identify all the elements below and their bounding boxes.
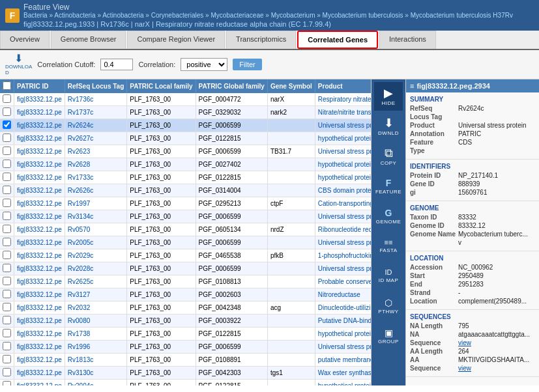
patric-id-link[interactable]: fig|83332.12.pe (17, 356, 62, 363)
product-link[interactable]: CBS domain protein (318, 187, 371, 194)
row-checkbox[interactable] (3, 264, 11, 272)
table-row[interactable]: fig|83332.12.pe Rv2627c PLF_1763_00 PGF_… (0, 132, 371, 145)
product-link[interactable]: Universal stress protein family (318, 239, 371, 246)
product-link[interactable]: Ribonucleotide reductase of class II (c (318, 226, 371, 233)
group-button[interactable]: ▣ GROUP (374, 322, 403, 350)
download-button[interactable]: ⬇ DOWNLOAD (5, 53, 32, 76)
refseq-link[interactable]: Rv2624c (68, 122, 93, 129)
row-checkbox[interactable] (3, 160, 11, 168)
refseq-link[interactable]: Rv2623 (68, 148, 90, 155)
tab-genome-browser[interactable]: Genome Browser (51, 31, 126, 49)
product-link[interactable]: hypothetical protein (318, 135, 371, 142)
patric-id-link[interactable]: fig|83332.12.pe (17, 122, 62, 129)
row-checkbox[interactable] (3, 303, 11, 311)
product-link[interactable]: Universal stress protein family (318, 213, 371, 220)
refseq-link[interactable]: Rv2625c (68, 278, 93, 285)
hide-button[interactable]: ▶ HIDE (374, 82, 403, 111)
refseq-link[interactable]: Rv3127 (68, 291, 90, 298)
patric-id-link[interactable]: fig|83332.12.pe (17, 382, 62, 385)
table-row[interactable]: fig|83332.12.pe Rv2004c PLF_1763_00 PGF_… (0, 380, 371, 386)
row-checkbox[interactable] (3, 329, 11, 337)
select-all-checkbox[interactable] (3, 81, 11, 90)
tab-interactions[interactable]: Interactions (379, 31, 436, 49)
patric-id-link[interactable]: fig|83332.12.pe (17, 291, 62, 298)
table-row[interactable]: fig|83332.12.pe Rv1997 PLF_1763_00 PGF_0… (0, 197, 371, 210)
row-checkbox[interactable] (3, 290, 11, 298)
row-checkbox[interactable] (3, 277, 11, 285)
table-row[interactable]: fig|83332.12.pe Rv1813c PLF_1763_00 PGF_… (0, 354, 371, 367)
table-row[interactable]: fig|83332.12.pe Rv1996 PLF_1763_00 PGF_0… (0, 341, 371, 354)
refseq-link[interactable]: Rv1738 (68, 330, 90, 337)
row-checkbox[interactable] (3, 186, 11, 194)
col-gene[interactable]: Gene Symbol (267, 79, 315, 93)
refseq-link[interactable]: Rv2626c (68, 187, 93, 194)
table-row[interactable]: fig|83332.12.pe Rv2628 PLF_1763_00 PGF_0… (0, 158, 371, 171)
row-checkbox[interactable] (3, 173, 11, 181)
product-link[interactable]: Putative DNA-binding protein (318, 317, 371, 324)
row-checkbox[interactable] (3, 107, 11, 116)
patric-id-link[interactable]: fig|83332.12.pe (17, 213, 62, 220)
copy-button[interactable]: ⧉ COPY (374, 142, 403, 171)
row-checkbox[interactable] (3, 342, 11, 350)
genome-button[interactable]: G GENOME (374, 202, 403, 231)
refseq-link[interactable]: Rv1997 (68, 200, 90, 207)
aa-sequence-link[interactable]: view (458, 365, 471, 372)
table-row[interactable]: fig|83332.12.pe Rv3130c PLF_1763_00 PGF_… (0, 367, 371, 380)
refseq-link[interactable]: Rv2028c (68, 265, 93, 272)
table-row[interactable]: fig|83332.12.pe Rv1733c PLF_1763_00 PGF_… (0, 171, 371, 184)
feature-button[interactable]: F FEATURE (374, 172, 403, 201)
product-link[interactable]: Nitrate/nitrite transporter NarT (318, 109, 371, 116)
patric-id-link[interactable]: fig|83332.12.pe (17, 252, 62, 259)
table-row[interactable]: fig|83332.12.pe Rv2032 PLF_1763_00 PGF_0… (0, 301, 371, 315)
patric-id-link[interactable]: fig|83332.12.pe (17, 148, 62, 155)
product-link[interactable]: Dinucleotide-utilizing enzymes involve (318, 304, 371, 311)
table-row[interactable]: fig|83332.12.pe Rv2029c PLF_1763_00 PGF_… (0, 249, 371, 262)
col-global-family[interactable]: PATRIC Global family (196, 79, 267, 93)
row-checkbox[interactable] (3, 238, 11, 246)
correlation-select[interactable]: positive negative (181, 58, 227, 71)
patric-id-link[interactable]: fig|83332.12.pe (17, 304, 62, 311)
patric-id-link[interactable]: fig|83332.12.pe (17, 109, 62, 116)
patric-id-link[interactable]: fig|83332.12.pe (17, 278, 62, 285)
product-link[interactable]: Universal stress protein family (318, 343, 371, 350)
row-checkbox[interactable] (3, 381, 11, 385)
patric-id-link[interactable]: fig|83332.12.pe (17, 174, 62, 181)
table-row[interactable]: fig|83332.12.pe Rv2005c PLF_1763_00 PGF_… (0, 236, 371, 249)
row-checkbox[interactable] (3, 355, 11, 363)
row-checkbox[interactable] (3, 199, 11, 207)
patric-id-link[interactable]: fig|83332.12.pe (17, 369, 62, 376)
table-row[interactable]: fig|83332.12.pe Rv2624c PLF_1763_00 PGF_… (0, 119, 371, 132)
tab-correlated-genes[interactable]: Correlated Genes (297, 31, 378, 49)
col-local-family[interactable]: PATRIC Local family (127, 79, 196, 93)
refseq-link[interactable]: Rv3130c (68, 369, 93, 376)
table-row[interactable]: fig|83332.12.pe Rv3127 PLF_1763_00 PGF_0… (0, 288, 371, 301)
row-checkbox[interactable] (3, 368, 11, 376)
product-link[interactable]: Universal stress protein family (318, 148, 371, 155)
row-checkbox[interactable] (3, 94, 11, 103)
table-row[interactable]: fig|83332.12.pe Rv1738 PLF_1763_00 PGF_0… (0, 328, 371, 341)
product-link[interactable]: Wax ester synthase/acyl-CoA:diacylgl (318, 369, 371, 376)
patric-id-link[interactable]: fig|83332.12.pe (17, 200, 62, 207)
tab-overview[interactable]: Overview (0, 31, 50, 49)
patric-id-link[interactable]: fig|83332.12.pe (17, 135, 62, 142)
table-row[interactable]: fig|83332.12.pe Rv2625c PLF_1763_00 PGF_… (0, 275, 371, 288)
patric-id-link[interactable]: fig|83332.12.pe (17, 330, 62, 337)
refseq-link[interactable]: Rv1737c (68, 109, 93, 116)
product-link[interactable]: hypothetical protein (318, 161, 371, 168)
product-link[interactable]: Nitroreductase (318, 291, 360, 298)
refseq-link[interactable]: Rv2628 (68, 161, 90, 168)
patric-id-link[interactable]: fig|83332.12.pe (17, 187, 62, 194)
refseq-link[interactable]: Rv2627c (68, 135, 93, 142)
refseq-link[interactable]: Rv1733c (68, 174, 93, 181)
col-patric-id[interactable]: PATRIC ID (14, 79, 65, 93)
product-link[interactable]: hypothetical protein (318, 382, 371, 385)
row-checkbox[interactable] (3, 133, 11, 142)
product-link[interactable]: Respiratory nitrate reductase alpha ch (318, 96, 371, 103)
patric-id-link[interactable]: fig|83332.12.pe (17, 226, 62, 233)
data-table-area[interactable]: PATRIC ID RefSeq Locus Tag PATRIC Local … (0, 79, 371, 385)
table-row[interactable]: fig|83332.12.pe Rv2623 PLF_1763_00 PGF_0… (0, 145, 371, 158)
product-link[interactable]: 1-phosphofructokinase (EC 2.7.1.56) (318, 252, 371, 259)
row-checkbox[interactable] (3, 147, 11, 155)
row-checkbox[interactable] (3, 316, 11, 324)
product-link[interactable]: Probable conserved transmembrane a (318, 278, 371, 285)
